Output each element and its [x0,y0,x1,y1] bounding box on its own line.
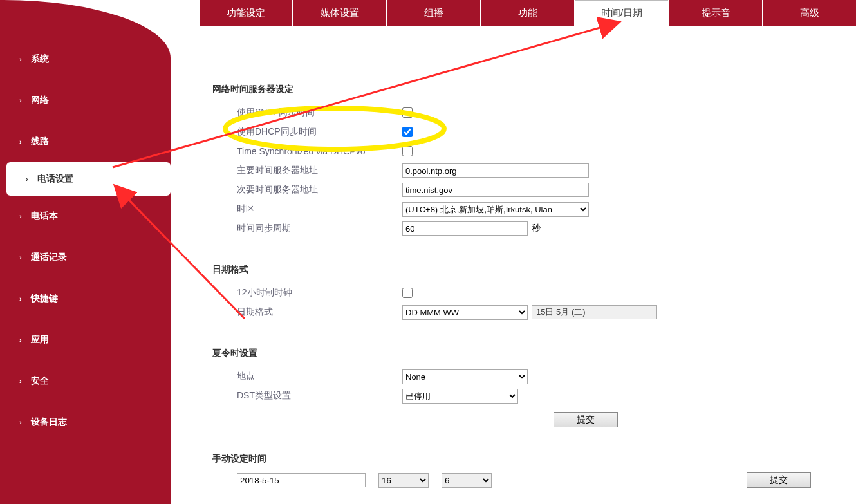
label-secondary-server: 次要时间服务器地址 [212,184,402,196]
sidebar-item-label: 系统 [31,53,49,65]
tab-feature[interactable]: 功能设定 [200,0,292,26]
chevron-right-icon: › [19,212,24,220]
chevron-right-icon: › [19,138,24,145]
sidebar-item-label: 线路 [31,136,49,147]
sidebar-item-label: 电话本 [31,210,58,222]
input-primary-server[interactable] [402,163,589,178]
select-date-format[interactable]: DD MMM WW [402,305,528,320]
select-dst-type[interactable]: 已停用 [402,389,518,404]
section-title-manual: 手动设定时间 [212,453,837,465]
checkbox-sntp[interactable] [402,107,413,118]
chevron-right-icon: › [19,295,24,303]
row-manual-time: 16 6 提交 [212,472,837,488]
sidebar-item-network[interactable]: ›网络 [0,80,171,121]
tab-advanced[interactable]: 高级 [763,0,856,26]
label-primary-server: 主要时间服务器地址 [212,165,402,176]
sidebar-item-label: 网络 [31,95,49,106]
label-dst-location: 地点 [212,371,402,382]
sidebar: ›系统›网络›线路›电话设置›电话本›通话记录›快捷键›应用›安全›设备日志 [0,0,171,504]
section-title-date: 日期格式 [212,264,837,275]
row-secondary-server: 次要时间服务器地址 [212,180,837,200]
section-title-ntp: 网络时间服务器设定 [212,84,837,95]
label-dhcp: 使用DHCP同步时间 [212,126,402,138]
section-title-dst: 夏令时设置 [212,348,837,359]
tab-multicast[interactable]: 组播 [387,0,480,26]
row-dst-location: 地点 None [212,367,837,386]
label-dst-type: DST类型设置 [212,390,402,402]
sidebar-item-label: 应用 [31,334,49,346]
submit-manual-button[interactable]: 提交 [747,472,811,488]
row-date-format: 日期格式 DD MMM WW 15日 5月 (二) [212,303,837,322]
row-dst-type: DST类型设置 已停用 [212,386,837,406]
row-dhcpv6: Time Synchronized via DHCPv6 [212,142,837,161]
chevron-right-icon: › [19,254,24,261]
sidebar-item-app[interactable]: ›应用 [0,319,171,360]
sidebar-item-system[interactable]: ›系统 [0,39,171,80]
input-sync-period[interactable] [402,221,528,236]
sidebar-item-label: 设备日志 [31,416,67,428]
content-pane: 网络时间服务器设定 使用SNTP同步时间 使用DHCP同步时间 Time Syn… [200,32,850,498]
date-format-sample: 15日 5月 (二) [532,305,657,319]
chevron-right-icon: › [26,175,31,183]
sidebar-item-line[interactable]: ›线路 [0,121,171,162]
input-secondary-server[interactable] [402,183,589,197]
sidebar-item-label: 通话记录 [31,252,67,263]
chevron-right-icon: › [19,418,24,426]
input-manual-date[interactable] [237,473,366,487]
label-sntp: 使用SNTP同步时间 [212,107,402,118]
label-timezone: 时区 [212,203,402,215]
tab-function[interactable]: 功能 [481,0,574,26]
chevron-right-icon: › [19,336,24,344]
row-12h-clock: 12小时制时钟 [212,283,837,303]
label-sync-period: 时间同步周期 [212,223,402,234]
tab-media[interactable]: 媒体设置 [293,0,386,26]
chevron-right-icon: › [19,55,24,63]
sidebar-item-label: 电话设置 [37,173,73,185]
label-dhcpv6: Time Synchronized via DHCPv6 [212,146,402,156]
checkbox-dhcpv6[interactable] [402,146,413,156]
select-manual-minute[interactable]: 6 [442,473,492,488]
select-dst-location[interactable]: None [402,369,528,384]
select-timezone[interactable]: (UTC+8) 北京,新加坡,珀斯,Irkutsk, Ulan [402,202,589,217]
sidebar-item-shortcut[interactable]: ›快捷键 [0,278,171,319]
sidebar-item-device-log[interactable]: ›设备日志 [0,402,171,443]
row-sntp: 使用SNTP同步时间 [212,103,837,122]
select-manual-hour[interactable]: 16 [378,473,429,488]
label-date-format: 日期格式 [212,306,402,318]
row-timezone: 时区 (UTC+8) 北京,新加坡,珀斯,Irkutsk, Ulan [212,200,837,219]
row-primary-server: 主要时间服务器地址 [212,161,837,180]
sidebar-item-label: 快捷键 [31,293,58,304]
submit-dst-button[interactable]: 提交 [554,412,618,427]
row-dhcp: 使用DHCP同步时间 [212,122,837,142]
sidebar-item-security[interactable]: ›安全 [0,360,171,402]
label-12h-clock: 12小时制时钟 [212,287,402,299]
row-sync-period: 时间同步周期 秒 [212,219,837,238]
chevron-right-icon: › [19,377,24,385]
unit-seconds: 秒 [532,223,541,234]
sidebar-item-call-log[interactable]: ›通话记录 [0,237,171,278]
tab-time-date[interactable]: 时间/日期 [575,0,668,26]
sidebar-item-label: 安全 [31,375,49,387]
checkbox-12h-clock[interactable] [402,288,413,298]
tab-tone[interactable]: 提示音 [669,0,762,26]
chevron-right-icon: › [19,97,24,104]
top-tabs: 功能设定媒体设置组播功能时间/日期提示音高级 [200,0,856,26]
checkbox-dhcp[interactable] [402,127,413,137]
sidebar-item-phone-settings[interactable]: ›电话设置 [6,162,171,196]
sidebar-item-phonebook[interactable]: ›电话本 [0,196,171,237]
